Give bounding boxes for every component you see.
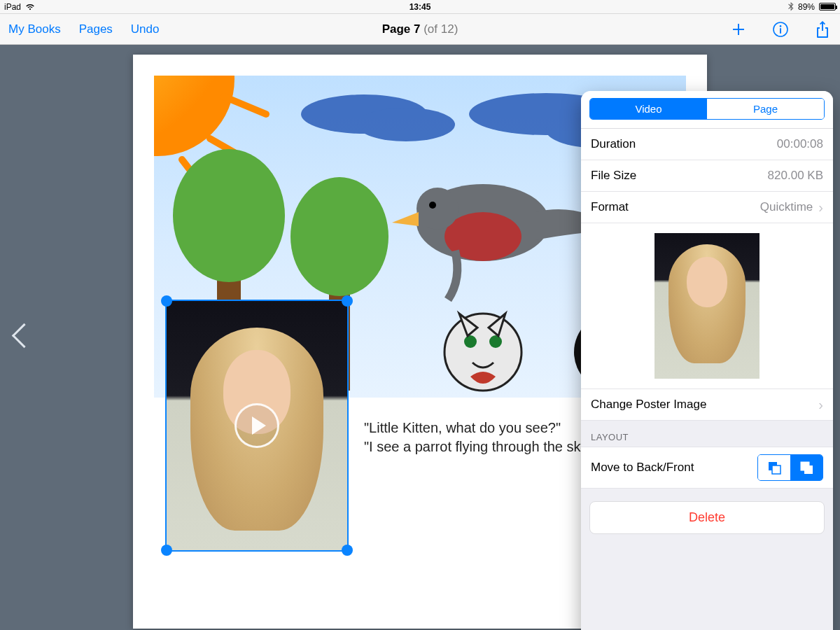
tab-page[interactable]: Page: [707, 99, 824, 119]
bluetooth-icon: [788, 2, 794, 11]
svg-rect-31: [772, 465, 780, 474]
svg-point-21: [464, 335, 477, 348]
order-toggle: [757, 454, 823, 481]
previous-page-button[interactable]: [10, 320, 31, 355]
svg-rect-33: [804, 465, 813, 474]
svg-marker-19: [392, 212, 419, 226]
row-filesize: File Size 820.00 KB: [581, 160, 833, 192]
layout-section-header: LAYOUT: [581, 421, 833, 447]
add-button[interactable]: [729, 20, 748, 38]
move-to-front-button[interactable]: [790, 455, 822, 480]
filesize-value: 820.00 KB: [768, 169, 823, 183]
format-label: Format: [591, 200, 629, 214]
resize-handle-tl[interactable]: [161, 295, 172, 307]
resize-handle-tr[interactable]: [342, 295, 353, 307]
resize-handle-bl[interactable]: [161, 545, 172, 556]
battery-percent: 89%: [798, 2, 815, 12]
status-bar: iPad 13:45 89%: [0, 0, 840, 14]
page-title: Page 7 (of 12): [382, 22, 458, 36]
device-label: iPad: [4, 2, 21, 12]
editor-canvas[interactable]: "Little Kitten, what do you see?" "I see…: [0, 45, 840, 630]
delete-button[interactable]: Delete: [589, 501, 825, 534]
duration-label: Duration: [591, 137, 636, 151]
battery-icon: [819, 3, 836, 10]
chevron-right-icon: ›: [818, 398, 823, 412]
change-poster-button[interactable]: Change Poster Image ›: [581, 389, 833, 421]
row-move-order: Move to Back/Front: [581, 447, 833, 489]
duration-value: 00:00:08: [777, 137, 823, 151]
move-to-back-button[interactable]: [758, 455, 790, 480]
svg-point-8: [357, 108, 455, 141]
svg-rect-2: [780, 28, 781, 34]
svg-point-17: [416, 188, 458, 230]
move-order-label: Move to Back/Front: [591, 461, 694, 475]
tab-video[interactable]: Video: [590, 99, 707, 119]
chevron-right-icon: ›: [818, 200, 823, 214]
my-books-button[interactable]: My Books: [8, 22, 61, 36]
play-icon[interactable]: [234, 403, 279, 448]
popover-arrow: [752, 91, 767, 92]
pages-button[interactable]: Pages: [79, 22, 113, 36]
poster-preview: [581, 223, 833, 389]
format-value: Quicktime: [760, 200, 813, 214]
svg-point-12: [173, 149, 285, 282]
clock: 13:45: [410, 2, 431, 12]
inspector-tabs: Video Page: [589, 98, 825, 120]
svg-point-22: [489, 335, 502, 348]
selected-video[interactable]: [165, 300, 349, 552]
svg-point-18: [429, 202, 436, 209]
svg-line-4: [224, 97, 266, 114]
app-toolbar: My Books Pages Undo Page 7 (of 12): [0, 14, 840, 45]
row-format[interactable]: Format Quicktime ›: [581, 192, 833, 223]
info-button[interactable]: [771, 20, 790, 38]
wifi-icon: [25, 4, 35, 10]
svg-point-1: [780, 25, 782, 27]
inspector-popover: Video Page Duration 00:00:08 File Size 8…: [581, 91, 833, 630]
svg-point-14: [290, 177, 388, 296]
filesize-label: File Size: [591, 169, 636, 183]
share-button[interactable]: [813, 20, 832, 38]
resize-handle-br[interactable]: [342, 545, 353, 556]
undo-button[interactable]: Undo: [131, 22, 160, 36]
row-duration: Duration 00:00:08: [581, 129, 833, 160]
